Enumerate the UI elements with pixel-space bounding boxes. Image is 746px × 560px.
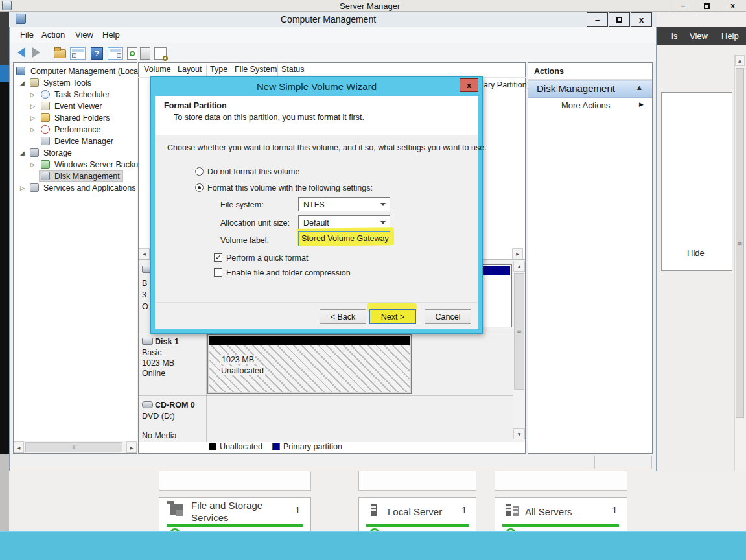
sm-left-nav-selected-strip[interactable] — [0, 65, 9, 82]
export-list-icon[interactable] — [54, 49, 66, 58]
collapsed-icon[interactable]: ▷ — [30, 103, 35, 110]
tree-scroll-left-button[interactable]: ◀ — [14, 441, 24, 453]
legend-primary-swatch — [272, 443, 280, 450]
expanded-icon[interactable]: ◢ — [20, 150, 25, 156]
refresh-icon[interactable] — [127, 47, 137, 60]
wizard-title: New Simple Volume Wizard — [150, 76, 483, 96]
disk1-status: Online — [142, 369, 165, 378]
collapse-group-icon[interactable]: ▲ — [637, 84, 642, 91]
collapsed-icon[interactable]: ▷ — [30, 91, 35, 98]
compression-checkbox[interactable] — [214, 268, 222, 277]
disk1-region-label: Unallocated — [220, 366, 265, 375]
sm-minimize-button[interactable]: – — [671, 0, 694, 12]
tree-item-shared-folders[interactable]: ▷ Shared Folders — [14, 112, 136, 124]
tree-item-task-scheduler[interactable]: ▷ Task Scheduler — [14, 89, 136, 100]
cm-maximize-button[interactable] — [609, 12, 630, 27]
back-button[interactable]: < Back — [320, 309, 366, 324]
forward-icon[interactable] — [32, 47, 40, 58]
disk1-type: Basic — [142, 348, 162, 357]
tile-progress-line — [502, 524, 619, 527]
disk-scroll-down-button[interactable]: ▼ — [513, 428, 525, 439]
radio-selected-dot — [198, 186, 201, 189]
collapsed-icon[interactable]: ▷ — [30, 126, 35, 133]
tree-scroll-right-button[interactable]: ▶ — [126, 441, 137, 453]
tree-item-storage[interactable]: ◢ Storage — [14, 147, 136, 159]
next-button[interactable]: Next > — [369, 309, 416, 324]
dashboard-tile-partial[interactable] — [495, 471, 627, 491]
volume-label-value[interactable]: Stored Volume Gateway — [301, 234, 389, 243]
cdrom-name[interactable]: CD-ROM 0 — [155, 401, 195, 410]
cm-minimize-button[interactable]: – — [587, 12, 608, 27]
file-system-select[interactable]: NTFS — [298, 197, 390, 211]
more-actions-arrow-icon[interactable]: ▶ — [639, 101, 644, 108]
sm-left-bottom-strip — [0, 454, 9, 531]
menu-view[interactable]: View — [75, 30, 93, 40]
manage-icon[interactable] — [154, 47, 167, 60]
tree-item-services-and-applications[interactable]: ▷ Services and Applications — [14, 182, 136, 194]
sm-maximize-button[interactable] — [695, 0, 718, 12]
cancel-button[interactable]: Cancel — [425, 309, 471, 324]
actions-group-title: Disk Management — [537, 83, 615, 94]
radio-do-not-format-label[interactable]: Do not format this volume — [207, 167, 299, 176]
quick-format-label[interactable]: Perform a quick format — [226, 253, 308, 262]
back-icon[interactable] — [17, 47, 25, 58]
column-layout[interactable]: Layout — [178, 65, 202, 77]
dashboard-tile-partial[interactable] — [159, 471, 311, 491]
tree-item-disk-management[interactable]: Disk Management — [14, 170, 136, 182]
column-status[interactable]: Status — [281, 65, 304, 77]
sm-scroll-up-button[interactable]: ▲ — [735, 55, 745, 66]
show-action-pane-icon[interactable] — [108, 47, 123, 60]
column-file-system[interactable]: File System — [235, 65, 277, 77]
hide-button[interactable]: Hide — [687, 248, 705, 258]
disk-scroll-thumb[interactable]: ≡ — [514, 273, 524, 390]
collapsed-icon[interactable]: ▷ — [30, 115, 35, 121]
column-type[interactable]: Type — [210, 65, 227, 77]
tile-progress-line — [366, 524, 469, 527]
tree-item-event-viewer[interactable]: ▷ Event Viewer — [14, 100, 136, 112]
tree-item-windows-server-backup[interactable]: ▷ Windows Server Backup — [14, 159, 136, 170]
radio-format-volume[interactable] — [195, 183, 204, 192]
server-manager-app-icon — [2, 1, 12, 10]
compression-label[interactable]: Enable file and folder compression — [226, 268, 351, 277]
actions-title: Actions — [534, 67, 564, 76]
tree-item-computer-management[interactable]: Computer Management (Local — [14, 65, 136, 77]
tree-item-system-tools[interactable]: ◢ System Tools — [14, 77, 136, 89]
disk-scroll-up-button[interactable]: ▲ — [513, 261, 525, 272]
collapsed-icon[interactable]: ▷ — [20, 185, 25, 191]
wizard-close-button[interactable]: x — [460, 78, 478, 92]
quick-format-checkbox[interactable]: ✓ — [214, 253, 222, 262]
sm-menu-tools-partial[interactable]: ls — [671, 31, 677, 41]
more-actions-item[interactable]: More Actions — [561, 100, 610, 110]
device-manager-icon — [41, 137, 50, 145]
properties-icon[interactable] — [140, 47, 150, 60]
collapsed-icon[interactable]: ▷ — [30, 161, 35, 168]
radio-do-not-format[interactable] — [195, 167, 204, 176]
event-viewer-icon — [41, 102, 50, 110]
radio-format-volume-label[interactable]: Format this volume with the following se… — [207, 183, 373, 192]
cm-close-button[interactable]: x — [631, 12, 652, 27]
sm-scroll-thumb[interactable]: ≡ — [736, 68, 744, 418]
disk1-name[interactable]: Disk 1 — [155, 337, 179, 346]
volume-scroll-left-button[interactable]: ◀ — [139, 248, 150, 259]
sm-close-button[interactable]: x — [719, 0, 746, 12]
volume-row-clipped-text[interactable]: ary Partition) — [484, 80, 530, 89]
tree-scroll-thumb[interactable]: ≡ — [25, 442, 122, 452]
menu-file[interactable]: File — [20, 30, 34, 40]
tile-label: File and Storage — [191, 499, 262, 511]
cm-toolbar — [10, 43, 656, 62]
help-icon[interactable]: ? — [91, 47, 103, 60]
column-divider — [231, 65, 231, 77]
sm-right-background — [657, 12, 746, 531]
volume-scroll-right-button[interactable]: ▶ — [512, 248, 523, 259]
sm-menu-help[interactable]: Help — [721, 31, 739, 41]
menu-action[interactable]: Action — [41, 30, 65, 40]
computer-management-icon — [16, 67, 25, 75]
tree-item-device-manager[interactable]: Device Manager — [14, 135, 136, 147]
menu-help[interactable]: Help — [102, 30, 120, 40]
dashboard-tile-partial[interactable] — [358, 471, 476, 491]
sm-menu-view[interactable]: View — [690, 31, 708, 41]
column-volume[interactable]: Volume — [144, 65, 171, 77]
show-console-tree-icon[interactable] — [70, 47, 86, 60]
expanded-icon[interactable]: ◢ — [20, 80, 25, 86]
tree-item-performance[interactable]: ▷ Performance — [14, 124, 136, 135]
